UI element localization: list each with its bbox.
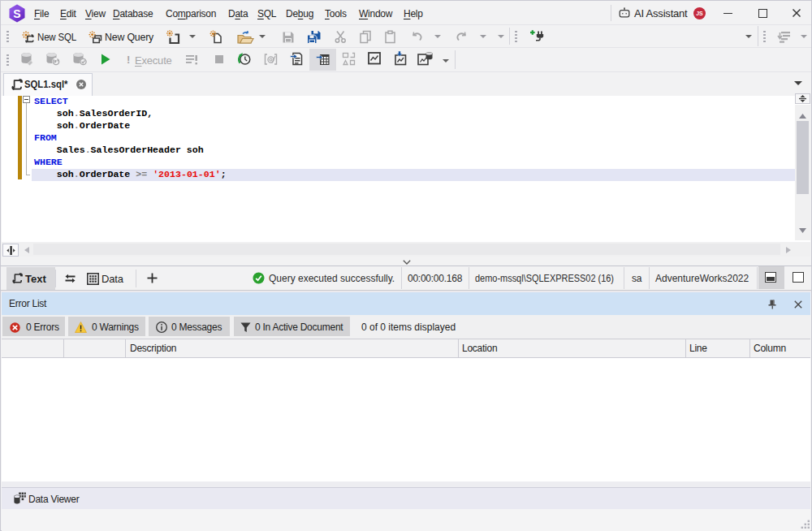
svg-text:S: S (13, 7, 20, 20)
